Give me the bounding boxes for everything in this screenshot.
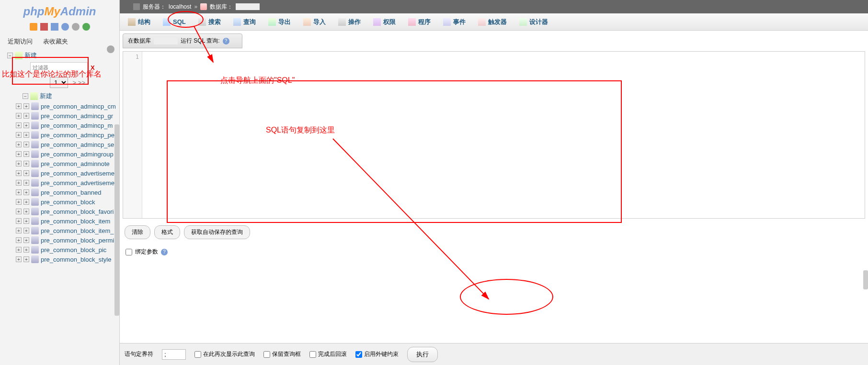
table-row[interactable]: ++pre_common_admincp_gr [16,111,119,121]
sidebar-settings-icon[interactable] [107,45,114,53]
table-row[interactable]: ++pre_common_block_pic [16,245,119,254]
tab-触发器[interactable]: 触发器 [472,13,513,31]
expand-icon[interactable]: + [23,247,29,253]
expand-icon[interactable]: + [23,209,29,214]
phpmyadmin-logo[interactable]: phpMyAdmin [0,2,119,21]
table-row[interactable]: ++pre_common_admingroup [16,149,119,159]
table-row[interactable]: ++pre_common_advertiseme [16,168,119,178]
expand-icon[interactable]: + [23,151,29,157]
show-again-checkbox[interactable] [194,351,201,358]
format-button[interactable]: 格式 [154,225,180,239]
expand-icon[interactable]: + [23,237,29,243]
collapse-icon[interactable]: − [23,93,28,99]
settings-icon[interactable] [72,23,80,31]
table-row[interactable]: ++pre_common_block_item [16,216,119,226]
table-row[interactable]: ++pre_common_block_permi [16,235,119,245]
expand-icon[interactable]: + [23,113,29,119]
docs-icon[interactable] [51,23,58,31]
tab-导出[interactable]: 导出 [262,13,297,31]
table-row[interactable]: ++pre_common_block [16,197,119,207]
expand-icon[interactable]: + [16,142,22,147]
expand-icon[interactable]: + [16,256,22,262]
favorites-tab[interactable]: 表收藏夹 [40,35,71,48]
table-row[interactable]: ++pre_common_admincp_se [16,140,119,149]
expand-icon[interactable]: + [16,189,22,195]
tab-权限[interactable]: 权限 [367,13,402,31]
main-scrollbar[interactable] [863,270,868,289]
home-icon[interactable] [30,23,37,31]
tab-操作[interactable]: 操作 [332,13,367,31]
clear-button[interactable]: 清除 [125,225,150,239]
expand-icon[interactable]: + [16,180,22,186]
help-icon[interactable]: ? [223,38,229,44]
tab-SQL[interactable]: SQL [157,13,192,31]
expand-icon[interactable]: + [23,161,29,166]
expand-icon[interactable]: + [23,122,29,128]
reload-icon[interactable] [82,23,90,31]
tree-new-db[interactable]: − 新建 [7,50,119,61]
expand-icon[interactable]: + [16,237,22,243]
table-row[interactable]: ++pre_common_banned [16,188,119,197]
filter-clear[interactable]: X [91,64,95,71]
table-row[interactable]: ++pre_common_block_style [16,254,119,264]
expand-icon[interactable]: + [23,103,29,109]
table-row[interactable]: ++pre_common_advertiseme [16,178,119,188]
table-row[interactable]: ++pre_common_admincp_pe [16,130,119,140]
table-row[interactable]: ++pre_common_admincp_m [16,121,119,130]
retain-checkbox[interactable] [263,351,270,358]
table-row[interactable]: ++pre_common_admincp_cm [16,101,119,111]
help-icon[interactable]: ? [161,249,168,255]
ic-event-icon [443,18,451,26]
expand-icon[interactable]: + [16,247,22,253]
expand-icon[interactable]: + [16,209,22,214]
expand-icon[interactable]: + [16,151,22,157]
tree-new-table[interactable]: − 新建 [16,91,119,101]
delimiter-input[interactable] [162,349,186,360]
expand-icon[interactable]: + [16,170,22,176]
expand-icon[interactable]: + [23,199,29,205]
expand-icon[interactable]: + [16,122,22,128]
tab-设计器[interactable]: 设计器 [513,13,554,31]
server-name[interactable]: localhost [169,3,191,10]
tab-搜索[interactable]: 搜索 [192,13,227,31]
tab-程序[interactable]: 程序 [402,13,437,31]
filter-input[interactable] [30,62,88,73]
expand-icon[interactable]: + [16,161,22,166]
expand-icon[interactable]: + [16,228,22,233]
expand-icon[interactable]: + [23,142,29,147]
expand-icon[interactable]: + [23,132,29,138]
help-icon[interactable] [61,23,69,31]
table-row[interactable]: ++pre_common_block_item_ [16,226,119,235]
expand-icon[interactable]: + [16,199,22,205]
expand-icon[interactable]: + [23,228,29,233]
expand-icon[interactable]: + [16,103,22,109]
table-row[interactable]: ++pre_common_adminnote [16,159,119,168]
database-icon [200,3,207,10]
fk-checkbox[interactable] [355,351,362,358]
tab-事件[interactable]: 事件 [437,13,472,31]
expand-icon[interactable]: + [23,218,29,224]
tab-导入[interactable]: 导入 [297,13,332,31]
bind-params-checkbox[interactable] [126,249,132,255]
execute-button[interactable]: 执行 [407,347,438,362]
expand-icon[interactable]: + [16,218,22,224]
rollback-checkbox[interactable] [309,351,316,358]
tab-结构[interactable]: 结构 [122,13,157,31]
logout-icon[interactable] [40,23,48,31]
expand-icon[interactable]: + [23,170,29,176]
expand-icon[interactable]: + [23,256,29,262]
expand-icon[interactable]: + [16,132,22,138]
sql-editor[interactable]: 1 [123,51,865,219]
page-select[interactable]: 1 [50,77,68,88]
tab-查询[interactable]: 查询 [227,13,262,31]
expand-icon[interactable]: + [16,113,22,119]
autosave-button[interactable]: 获取自动保存的查询 [184,225,250,239]
sidebar-scrollbar[interactable] [114,124,119,316]
recent-tab[interactable]: 近期访问 [5,35,35,48]
table-row[interactable]: ++pre_common_block_favori [16,207,119,216]
page-next[interactable]: > >> [73,79,85,86]
expand-icon[interactable]: + [23,180,29,186]
editor-textarea[interactable] [142,52,865,218]
collapse-icon[interactable]: − [7,53,13,58]
expand-icon[interactable]: + [23,189,29,195]
